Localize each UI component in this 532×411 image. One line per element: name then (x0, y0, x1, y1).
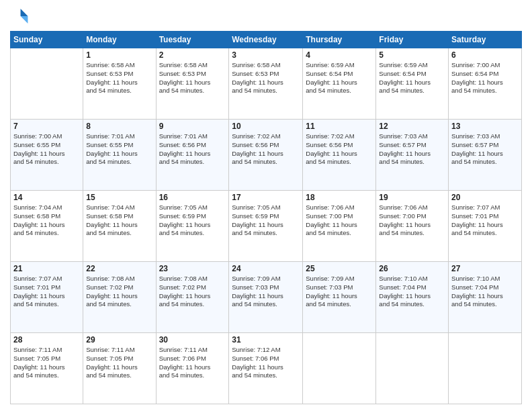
day-number: 14 (13, 193, 80, 202)
day-cell: 19Sunrise: 7:06 AM Sunset: 7:00 PM Dayli… (376, 191, 449, 262)
day-number: 29 (86, 335, 152, 345)
day-number: 2 (159, 50, 226, 60)
day-info: Sunrise: 7:12 AM Sunset: 7:06 PM Dayligh… (232, 346, 300, 380)
day-info: Sunrise: 7:11 AM Sunset: 7:05 PM Dayligh… (86, 346, 152, 380)
day-info: Sunrise: 7:08 AM Sunset: 7:02 PM Dayligh… (159, 275, 226, 309)
column-header-saturday: Saturday (449, 32, 522, 48)
day-cell: 16Sunrise: 7:05 AM Sunset: 6:59 PM Dayli… (156, 191, 229, 262)
header (10, 7, 522, 26)
day-info: Sunrise: 7:06 AM Sunset: 7:00 PM Dayligh… (379, 203, 445, 238)
day-number: 28 (13, 335, 80, 345)
day-info: Sunrise: 7:07 AM Sunset: 7:01 PM Dayligh… (451, 203, 519, 238)
day-info: Sunrise: 6:59 AM Sunset: 6:54 PM Dayligh… (379, 61, 445, 95)
day-cell: 7Sunrise: 7:00 AM Sunset: 6:55 PM Daylig… (11, 120, 83, 191)
day-number: 6 (451, 50, 519, 60)
svg-marker-1 (21, 16, 28, 24)
day-cell: 22Sunrise: 7:08 AM Sunset: 7:02 PM Dayli… (83, 262, 156, 333)
day-cell: 2Sunrise: 6:58 AM Sunset: 6:53 PM Daylig… (156, 48, 229, 120)
day-cell: 8Sunrise: 7:01 AM Sunset: 6:55 PM Daylig… (83, 120, 156, 191)
day-info: Sunrise: 7:05 AM Sunset: 6:59 PM Dayligh… (232, 203, 300, 238)
day-info: Sunrise: 7:03 AM Sunset: 6:57 PM Dayligh… (379, 132, 445, 167)
day-info: Sunrise: 7:11 AM Sunset: 7:05 PM Dayligh… (13, 346, 80, 380)
day-number: 15 (86, 193, 152, 202)
day-number: 27 (451, 264, 519, 273)
day-number: 23 (159, 264, 226, 273)
day-number: 13 (451, 122, 519, 131)
day-cell: 13Sunrise: 7:03 AM Sunset: 6:57 PM Dayli… (449, 120, 522, 191)
day-number: 4 (306, 50, 373, 60)
day-info: Sunrise: 7:09 AM Sunset: 7:03 PM Dayligh… (232, 275, 300, 309)
day-number: 16 (159, 193, 226, 202)
day-info: Sunrise: 6:58 AM Sunset: 6:53 PM Dayligh… (232, 61, 300, 95)
day-cell: 11Sunrise: 7:02 AM Sunset: 6:56 PM Dayli… (303, 120, 376, 191)
day-cell (449, 333, 522, 404)
week-row-5: 28Sunrise: 7:11 AM Sunset: 7:05 PM Dayli… (11, 333, 522, 404)
day-number: 12 (379, 122, 445, 131)
day-info: Sunrise: 7:11 AM Sunset: 7:06 PM Dayligh… (159, 346, 226, 380)
day-info: Sunrise: 7:03 AM Sunset: 6:57 PM Dayligh… (451, 132, 519, 167)
day-cell: 17Sunrise: 7:05 AM Sunset: 6:59 PM Dayli… (229, 191, 303, 262)
day-number: 22 (86, 264, 152, 273)
day-cell (11, 48, 83, 120)
day-info: Sunrise: 7:00 AM Sunset: 6:55 PM Dayligh… (13, 132, 80, 167)
column-header-sunday: Sunday (11, 32, 83, 48)
day-cell: 4Sunrise: 6:59 AM Sunset: 6:54 PM Daylig… (303, 48, 376, 120)
day-number: 20 (451, 193, 519, 202)
column-header-friday: Friday (376, 32, 449, 48)
day-number: 7 (13, 122, 80, 131)
week-row-3: 14Sunrise: 7:04 AM Sunset: 6:58 PM Dayli… (11, 191, 522, 262)
day-info: Sunrise: 7:01 AM Sunset: 6:56 PM Dayligh… (159, 132, 226, 167)
day-cell: 9Sunrise: 7:01 AM Sunset: 6:56 PM Daylig… (156, 120, 229, 191)
column-header-thursday: Thursday (303, 32, 376, 48)
day-cell: 21Sunrise: 7:07 AM Sunset: 7:01 PM Dayli… (11, 262, 83, 333)
day-number: 9 (159, 122, 226, 131)
logo (10, 7, 32, 26)
svg-marker-0 (21, 9, 28, 16)
day-cell: 23Sunrise: 7:08 AM Sunset: 7:02 PM Dayli… (156, 262, 229, 333)
day-number: 21 (13, 264, 80, 273)
day-cell: 28Sunrise: 7:11 AM Sunset: 7:05 PM Dayli… (11, 333, 83, 404)
column-header-monday: Monday (83, 32, 156, 48)
day-cell: 29Sunrise: 7:11 AM Sunset: 7:05 PM Dayli… (83, 333, 156, 404)
day-cell: 10Sunrise: 7:02 AM Sunset: 6:56 PM Dayli… (229, 120, 303, 191)
day-info: Sunrise: 7:10 AM Sunset: 7:04 PM Dayligh… (451, 275, 519, 309)
day-cell: 15Sunrise: 7:04 AM Sunset: 6:58 PM Dayli… (83, 191, 156, 262)
day-cell (303, 333, 376, 404)
day-info: Sunrise: 7:08 AM Sunset: 7:02 PM Dayligh… (86, 275, 152, 309)
day-info: Sunrise: 7:10 AM Sunset: 7:04 PM Dayligh… (379, 275, 445, 309)
day-info: Sunrise: 7:01 AM Sunset: 6:55 PM Dayligh… (86, 132, 152, 167)
day-number: 26 (379, 264, 445, 273)
column-header-row: SundayMondayTuesdayWednesdayThursdayFrid… (11, 32, 522, 48)
day-info: Sunrise: 7:07 AM Sunset: 7:01 PM Dayligh… (13, 275, 80, 309)
week-row-2: 7Sunrise: 7:00 AM Sunset: 6:55 PM Daylig… (11, 120, 522, 191)
day-info: Sunrise: 7:06 AM Sunset: 7:00 PM Dayligh… (306, 203, 373, 238)
day-info: Sunrise: 6:59 AM Sunset: 6:54 PM Dayligh… (306, 61, 373, 95)
day-cell: 27Sunrise: 7:10 AM Sunset: 7:04 PM Dayli… (449, 262, 522, 333)
week-row-1: 1Sunrise: 6:58 AM Sunset: 6:53 PM Daylig… (11, 48, 522, 120)
day-info: Sunrise: 7:04 AM Sunset: 6:58 PM Dayligh… (86, 203, 152, 238)
day-info: Sunrise: 7:04 AM Sunset: 6:58 PM Dayligh… (13, 203, 80, 238)
page: SundayMondayTuesdayWednesdayThursdayFrid… (0, 0, 532, 411)
day-cell: 30Sunrise: 7:11 AM Sunset: 7:06 PM Dayli… (156, 333, 229, 404)
day-cell: 6Sunrise: 7:00 AM Sunset: 6:54 PM Daylig… (449, 48, 522, 120)
day-number: 25 (306, 264, 373, 273)
week-row-4: 21Sunrise: 7:07 AM Sunset: 7:01 PM Dayli… (11, 262, 522, 333)
day-number: 3 (232, 50, 300, 60)
day-info: Sunrise: 7:02 AM Sunset: 6:56 PM Dayligh… (306, 132, 373, 167)
day-info: Sunrise: 7:02 AM Sunset: 6:56 PM Dayligh… (232, 132, 300, 167)
day-cell: 14Sunrise: 7:04 AM Sunset: 6:58 PM Dayli… (11, 191, 83, 262)
calendar-table: SundayMondayTuesdayWednesdayThursdayFrid… (10, 31, 522, 404)
day-cell: 18Sunrise: 7:06 AM Sunset: 7:00 PM Dayli… (303, 191, 376, 262)
column-header-wednesday: Wednesday (229, 32, 303, 48)
day-cell: 26Sunrise: 7:10 AM Sunset: 7:04 PM Dayli… (376, 262, 449, 333)
day-info: Sunrise: 7:00 AM Sunset: 6:54 PM Dayligh… (451, 61, 519, 95)
day-cell: 3Sunrise: 6:58 AM Sunset: 6:53 PM Daylig… (229, 48, 303, 120)
day-number: 1 (86, 50, 152, 60)
day-number: 11 (306, 122, 373, 131)
day-number: 5 (379, 50, 445, 60)
day-cell: 12Sunrise: 7:03 AM Sunset: 6:57 PM Dayli… (376, 120, 449, 191)
day-cell: 20Sunrise: 7:07 AM Sunset: 7:01 PM Dayli… (449, 191, 522, 262)
day-cell (376, 333, 449, 404)
day-number: 8 (86, 122, 152, 131)
day-number: 17 (232, 193, 300, 202)
